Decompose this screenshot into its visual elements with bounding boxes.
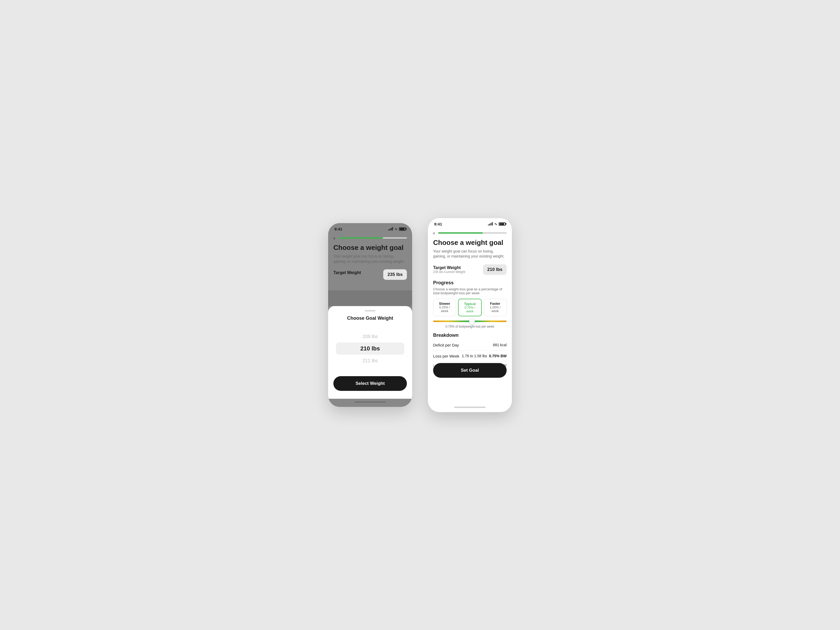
wifi-icon-right: ∿	[494, 222, 497, 226]
target-label-right: Target Weight	[433, 265, 466, 270]
weight-badge-left[interactable]: 235 lbs	[383, 269, 407, 280]
picker-item-1: 209 lbs	[333, 330, 407, 343]
select-weight-button[interactable]: Select Weight	[333, 376, 407, 391]
phone-right-inner: Choose a weight goal Your weight goal ca…	[428, 238, 512, 391]
sheet-handle	[365, 310, 375, 311]
page-subtitle-right: Your weight goal can focus on losing, ga…	[433, 249, 507, 259]
breakdown-key-1: Loss per Week	[433, 354, 459, 358]
breakdown-row-0: Deficit per Day 881 kcal	[433, 339, 507, 351]
signal-icon-right	[488, 222, 493, 226]
option-typical[interactable]: Typical 0.75% /week	[458, 299, 482, 316]
battery-icon-right	[499, 222, 505, 226]
page-subtitle-left: Your weight goal can focus on losing, ga…	[333, 254, 407, 264]
picker-items: 208 lbs 209 lbs 210 lbs 211 lbs 212 lbs	[333, 326, 407, 371]
weight-badge-right[interactable]: 210 lbs	[483, 264, 507, 275]
progress-fill-right	[438, 232, 483, 234]
slider-container[interactable]	[433, 321, 507, 322]
home-indicator-left	[328, 399, 412, 407]
slider-label: 0.75% of bodyweight lost per week	[433, 325, 507, 328]
picker-item-0: 208 lbs	[333, 326, 407, 330]
home-bar-right	[454, 407, 486, 408]
option-slower-label: Slower	[436, 302, 453, 306]
target-weight-info-left: Target Weight 235 lbs Current Weight	[333, 270, 366, 279]
nav-bar-right: ‹	[428, 228, 512, 238]
scene: 9:41 ∿ ‹ Choose a we	[307, 197, 533, 433]
progress-track-right	[438, 232, 507, 234]
option-faster-value: 1.00% /week	[486, 306, 504, 313]
status-bar-right: 9:41 ∿	[428, 218, 512, 228]
main-content-right: Choose a weight goal Your weight goal ca…	[428, 238, 512, 375]
phone-left: 9:41 ∿ ‹ Choose a we	[328, 223, 412, 407]
breakdown-row-1: Loss per Week 1.76 to 1.58 lbs 0.75% BW	[433, 351, 507, 362]
target-weight-row-right: Target Weight 235 lbs Current Weight 210…	[433, 264, 507, 275]
battery-icon-left	[399, 227, 406, 231]
status-bar-left: 9:41 ∿	[328, 223, 412, 233]
status-icons-right: ∿	[488, 222, 505, 226]
progress-fill-left	[338, 237, 383, 238]
set-goal-button[interactable]: Set Goal	[433, 363, 507, 378]
option-typical-value: 0.75% /week	[461, 306, 479, 313]
nav-bar-left: ‹	[328, 233, 412, 243]
progress-track-left	[338, 237, 407, 238]
status-icons-left: ∿	[388, 227, 406, 231]
picker-item-2: 210 lbs	[333, 343, 407, 355]
time-right: 9:41	[434, 222, 442, 226]
back-button-right[interactable]: ‹	[433, 230, 435, 236]
page-title-right: Choose a weight goal	[433, 238, 507, 247]
progress-section-subtitle: Choose a weight loss goal as a percentag…	[433, 287, 507, 295]
phone-right: 9:41 ∿ ‹	[428, 218, 512, 412]
option-faster-label: Faster	[486, 302, 504, 306]
breakdown-key-0: Deficit per Day	[433, 343, 459, 347]
sheet-overlay	[328, 291, 412, 306]
picker-item-4: 212 lbs	[333, 367, 407, 371]
target-weight-info-right: Target Weight 235 lbs Current Weight	[433, 265, 466, 274]
back-button-left[interactable]: ‹	[333, 235, 335, 241]
signal-icon-left	[388, 227, 393, 231]
progress-section-title: Progress	[433, 280, 507, 286]
time-left: 9:41	[335, 227, 342, 231]
home-indicator-right	[428, 391, 512, 412]
breakdown-val-1: 1.76 to 1.58 lbs 0.75% BW	[462, 354, 507, 358]
weight-picker[interactable]: 208 lbs 209 lbs 210 lbs 211 lbs 212 lbs	[333, 326, 407, 371]
current-weight-left: 235 lbs Current Weight	[333, 275, 366, 279]
bottom-sheet: Choose Goal Weight 208 lbs 209 lbs 210 l…	[328, 306, 412, 399]
home-bar-left	[354, 401, 386, 403]
option-slower[interactable]: Slower 0.25% /week	[433, 299, 456, 316]
option-faster[interactable]: Faster 1.00% /week	[484, 299, 507, 316]
picker-item-3: 211 lbs	[333, 355, 407, 367]
sheet-title: Choose Goal Weight	[333, 316, 407, 321]
wifi-icon-left: ∿	[395, 227, 398, 231]
page-title-left: Choose a weight goal	[333, 243, 407, 252]
option-typical-label: Typical	[461, 302, 479, 306]
slider-track	[433, 321, 507, 322]
target-weight-row-left: Target Weight 235 lbs Current Weight 235…	[333, 269, 407, 280]
target-label-left: Target Weight	[333, 270, 366, 275]
breakdown-title: Breakdown	[433, 333, 507, 338]
progress-options: Slower 0.25% /week Typical 0.75% /week F…	[433, 299, 507, 316]
slider-thumb[interactable]	[469, 318, 475, 324]
main-content-left: Choose a weight goal Your weight goal ca…	[328, 243, 412, 291]
breakdown-val-0: 881 kcal	[493, 343, 507, 347]
current-weight-right: 235 lbs Current Weight	[433, 270, 466, 274]
option-slower-value: 0.25% /week	[436, 306, 453, 313]
